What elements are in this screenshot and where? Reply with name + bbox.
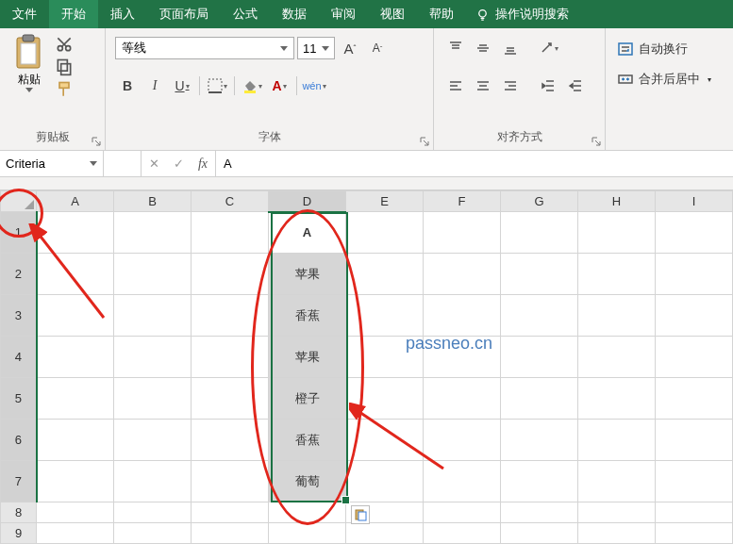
- tab-data[interactable]: 数据: [270, 0, 319, 28]
- cell[interactable]: 葡萄: [269, 461, 346, 502]
- row-header-4[interactable]: 4: [1, 337, 37, 378]
- row-header-5[interactable]: 5: [1, 378, 37, 420]
- cell[interactable]: [192, 254, 269, 295]
- col-header-H[interactable]: H: [578, 191, 656, 212]
- cell[interactable]: [656, 420, 733, 461]
- italic-button[interactable]: I: [142, 74, 167, 98]
- cut-icon[interactable]: [55, 35, 74, 54]
- cell[interactable]: 香蕉: [269, 420, 346, 461]
- cell[interactable]: [424, 420, 501, 461]
- wrap-text-button[interactable]: 自动换行: [613, 36, 691, 62]
- cell[interactable]: [656, 502, 733, 523]
- decrease-indent-button[interactable]: [536, 74, 560, 98]
- enter-button[interactable]: ✓: [166, 156, 191, 171]
- clipboard-dialog-launcher-icon[interactable]: [91, 136, 102, 147]
- tab-home[interactable]: 开始: [49, 0, 98, 28]
- tell-me-search[interactable]: 操作说明搜索: [475, 0, 569, 28]
- cell[interactable]: [192, 212, 269, 254]
- cell[interactable]: [114, 212, 192, 254]
- cell[interactable]: [37, 337, 114, 378]
- row-header-8[interactable]: 8: [1, 502, 37, 523]
- col-header-G[interactable]: G: [501, 191, 578, 212]
- col-header-E[interactable]: E: [346, 191, 424, 212]
- cell[interactable]: [114, 337, 192, 378]
- align-bottom-button[interactable]: [498, 36, 523, 60]
- cell[interactable]: [346, 420, 424, 461]
- cell[interactable]: [346, 378, 424, 420]
- cell[interactable]: [192, 337, 269, 378]
- increase-indent-button[interactable]: [563, 74, 588, 98]
- paste-button[interactable]: 粘贴: [6, 32, 53, 92]
- cell[interactable]: [192, 461, 269, 502]
- cell[interactable]: [346, 523, 424, 544]
- cell[interactable]: [501, 212, 578, 254]
- cell[interactable]: [192, 502, 269, 523]
- tab-formulas[interactable]: 公式: [221, 0, 270, 28]
- align-left-button[interactable]: [443, 74, 468, 98]
- cell[interactable]: [656, 295, 733, 337]
- tab-file[interactable]: 文件: [0, 0, 49, 28]
- cell[interactable]: [578, 420, 656, 461]
- cell[interactable]: [424, 378, 501, 420]
- cell[interactable]: [656, 212, 733, 254]
- font-name-combo[interactable]: 等线: [115, 37, 294, 59]
- row-header-3[interactable]: 3: [1, 295, 37, 337]
- increase-font-button[interactable]: Aˆ: [338, 36, 362, 60]
- cell[interactable]: [37, 254, 114, 295]
- align-middle-button[interactable]: [471, 36, 495, 60]
- cell[interactable]: [578, 295, 656, 337]
- cell[interactable]: [346, 212, 424, 254]
- cell[interactable]: [656, 378, 733, 420]
- cell[interactable]: [114, 254, 192, 295]
- cell[interactable]: [501, 378, 578, 420]
- cell[interactable]: [37, 212, 114, 254]
- cell[interactable]: [656, 337, 733, 378]
- border-button[interactable]: ▾: [205, 74, 229, 98]
- cell[interactable]: 苹果: [269, 337, 346, 378]
- align-center-button[interactable]: [471, 74, 495, 98]
- cell[interactable]: [424, 523, 501, 544]
- tab-view[interactable]: 视图: [368, 0, 417, 28]
- cell[interactable]: [501, 523, 578, 544]
- tab-page-layout[interactable]: 页面布局: [147, 0, 221, 28]
- tab-insert[interactable]: 插入: [98, 0, 147, 28]
- format-painter-icon[interactable]: [55, 80, 74, 99]
- cell[interactable]: [656, 254, 733, 295]
- insert-function-button[interactable]: fx: [191, 156, 215, 172]
- tab-help[interactable]: 帮助: [417, 0, 466, 28]
- font-dialog-launcher-icon[interactable]: [419, 136, 430, 147]
- bold-button[interactable]: B: [115, 74, 140, 98]
- tab-review[interactable]: 审阅: [319, 0, 368, 28]
- row-header-9[interactable]: 9: [1, 523, 37, 544]
- cell[interactable]: [424, 212, 501, 254]
- cell[interactable]: [424, 254, 501, 295]
- cell[interactable]: [37, 420, 114, 461]
- cell[interactable]: [424, 502, 501, 523]
- cell[interactable]: [114, 502, 192, 523]
- cell[interactable]: [501, 254, 578, 295]
- cell[interactable]: [269, 523, 346, 544]
- cell[interactable]: [656, 461, 733, 502]
- font-size-combo[interactable]: 11: [297, 37, 335, 59]
- cell[interactable]: [424, 295, 501, 337]
- cell[interactable]: [424, 461, 501, 502]
- col-header-B[interactable]: B: [114, 191, 192, 212]
- cell[interactable]: [192, 420, 269, 461]
- col-header-C[interactable]: C: [192, 191, 269, 212]
- cell[interactable]: [37, 461, 114, 502]
- cell[interactable]: [501, 337, 578, 378]
- cell[interactable]: [346, 254, 424, 295]
- cell[interactable]: [578, 254, 656, 295]
- cell[interactable]: [114, 461, 192, 502]
- cell[interactable]: [501, 461, 578, 502]
- orientation-button[interactable]: ▾: [536, 36, 560, 60]
- fill-color-button[interactable]: ▾: [240, 74, 264, 98]
- row-header-1[interactable]: 1: [1, 212, 37, 254]
- cell[interactable]: [269, 502, 346, 523]
- cell[interactable]: [346, 461, 424, 502]
- cell[interactable]: [192, 295, 269, 337]
- col-header-F[interactable]: F: [424, 191, 501, 212]
- row-header-7[interactable]: 7: [1, 461, 37, 502]
- cell[interactable]: [37, 295, 114, 337]
- alignment-dialog-launcher-icon[interactable]: [591, 136, 602, 147]
